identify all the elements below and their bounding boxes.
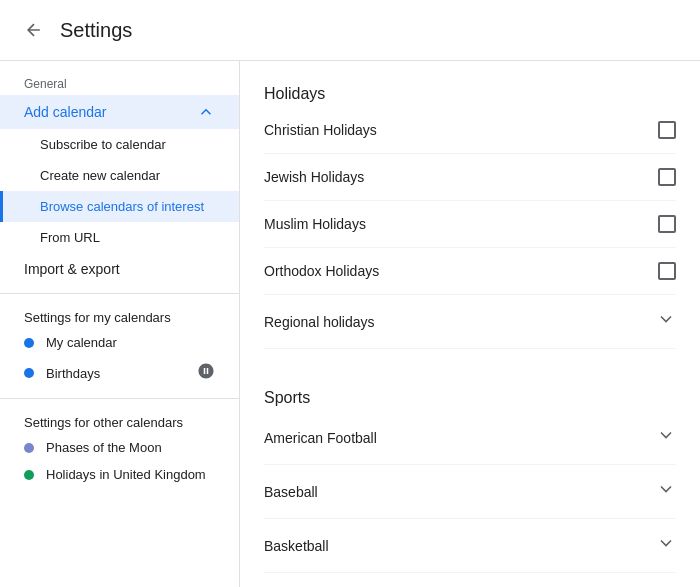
regional-holidays-row[interactable]: Regional holidays — [264, 295, 676, 349]
my-calendars-heading: Settings for my calendars — [0, 302, 239, 329]
muslim-holidays-label: Muslim Holidays — [264, 216, 366, 232]
sidebar-item-import-export[interactable]: Import & export — [0, 253, 239, 285]
baseball-row[interactable]: Baseball — [264, 465, 676, 519]
sidebar-general-label: General — [0, 69, 239, 95]
basketball-label: Basketball — [264, 538, 329, 554]
calendar-dot-holidays-uk — [24, 470, 34, 480]
sidebar: General Add calendar Subscribe to calend… — [0, 61, 240, 587]
calendar-dot-phases-moon — [24, 443, 34, 453]
calendar-label-phases-moon: Phases of the Moon — [46, 440, 215, 455]
sidebar-item-browse[interactable]: Browse calendars of interest — [0, 191, 239, 222]
holidays-title: Holidays — [264, 77, 676, 107]
american-football-chevron-icon — [656, 425, 676, 450]
american-football-label: American Football — [264, 430, 377, 446]
calendar-label-birthdays: Birthdays — [46, 366, 197, 381]
calendar-item-my-calendar[interactable]: My calendar — [0, 329, 239, 356]
basketball-row[interactable]: Basketball — [264, 519, 676, 573]
jewish-holidays-row[interactable]: Jewish Holidays — [264, 154, 676, 201]
christian-holidays-row[interactable]: Christian Holidays — [264, 107, 676, 154]
birthdays-icon — [197, 362, 215, 384]
american-football-row[interactable]: American Football — [264, 411, 676, 465]
calendar-dot-birthdays — [24, 368, 34, 378]
orthodox-holidays-checkbox[interactable] — [658, 262, 676, 280]
regional-holidays-chevron-icon — [656, 309, 676, 334]
baseball-chevron-icon — [656, 479, 676, 504]
back-button[interactable] — [16, 12, 52, 48]
calendar-item-birthdays[interactable]: Birthdays — [0, 356, 239, 390]
calendar-label-holidays-uk: Holidays in United Kingdom — [46, 467, 215, 482]
sports-title: Sports — [264, 381, 676, 411]
sidebar-item-create[interactable]: Create new calendar — [0, 160, 239, 191]
muslim-holidays-checkbox[interactable] — [658, 215, 676, 233]
header: Settings — [0, 0, 700, 61]
christian-holidays-label: Christian Holidays — [264, 122, 377, 138]
muslim-holidays-row[interactable]: Muslim Holidays — [264, 201, 676, 248]
main-content: Holidays Christian Holidays Jewish Holid… — [240, 61, 700, 587]
orthodox-holidays-row[interactable]: Orthodox Holidays — [264, 248, 676, 295]
regional-holidays-label: Regional holidays — [264, 314, 375, 330]
jewish-holidays-label: Jewish Holidays — [264, 169, 364, 185]
calendar-label-my-calendar: My calendar — [46, 335, 215, 350]
page-title: Settings — [60, 19, 132, 42]
orthodox-holidays-label: Orthodox Holidays — [264, 263, 379, 279]
calendar-dot-my-calendar — [24, 338, 34, 348]
sidebar-item-from-url[interactable]: From URL — [0, 222, 239, 253]
holidays-section: Holidays Christian Holidays Jewish Holid… — [264, 77, 676, 349]
sidebar-item-add-calendar[interactable]: Add calendar — [0, 95, 239, 129]
christian-holidays-checkbox[interactable] — [658, 121, 676, 139]
calendar-item-holidays-uk[interactable]: Holidays in United Kingdom — [0, 461, 239, 488]
sports-section: Sports American Football Baseball — [264, 381, 676, 587]
calendar-item-phases-moon[interactable]: Phases of the Moon — [0, 434, 239, 461]
sidebar-item-subscribe[interactable]: Subscribe to calendar — [0, 129, 239, 160]
cricket-row[interactable]: Cricket — [264, 573, 676, 587]
other-calendars-heading: Settings for other calendars — [0, 407, 239, 434]
basketball-chevron-icon — [656, 533, 676, 558]
baseball-label: Baseball — [264, 484, 318, 500]
jewish-holidays-checkbox[interactable] — [658, 168, 676, 186]
